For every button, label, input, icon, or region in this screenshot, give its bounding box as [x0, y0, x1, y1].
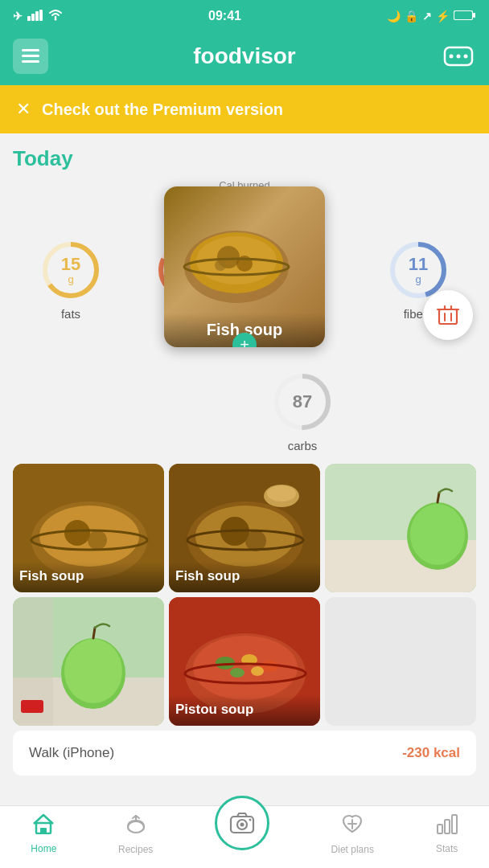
svg-rect-8: [22, 49, 39, 51]
svg-rect-15: [439, 309, 457, 324]
svg-point-71: [251, 666, 264, 676]
diet-plans-nav-label: Diet plans: [331, 844, 374, 855]
logo-light: food: [193, 43, 242, 68]
main-content: Today Cal burned 15 g fats: [0, 133, 489, 776]
premium-banner[interactable]: ✕ Check out the Premium version: [0, 85, 489, 133]
fish-soup-2-label: Fish soup: [169, 562, 320, 592]
food-grid-row-2: Pistou soup: [13, 597, 476, 726]
bottom-navigation: Home Recipes: [0, 805, 489, 868]
apple-2-image: [13, 597, 164, 726]
svg-point-61: [64, 639, 122, 703]
walk-row: Walk (iPhone) -230 kcal: [13, 731, 476, 776]
fibers-unit: g: [409, 273, 428, 285]
status-left: ✈: [13, 10, 63, 23]
status-right: 🌙 🔒 ↗ ⚡: [387, 10, 476, 23]
fish-soup-1-label: Fish soup: [13, 562, 164, 592]
wifi-icon: [48, 10, 63, 23]
nav-home[interactable]: Home: [31, 813, 56, 854]
svg-rect-85: [438, 825, 442, 833]
location-icon: ↗: [422, 10, 432, 23]
carbs-ring-visible: 87: [270, 370, 335, 434]
premium-close-button[interactable]: ✕: [16, 99, 31, 120]
svg-point-66: [193, 636, 298, 700]
apple-1-image: [325, 464, 476, 592]
fats-ring: 15 g: [39, 238, 103, 302]
food-item-apple-2[interactable]: [13, 597, 164, 726]
pistou-soup-label: Pistou soup: [169, 695, 320, 726]
svg-rect-74: [40, 828, 47, 833]
svg-point-12: [449, 55, 453, 59]
stats-nav-label: Stats: [436, 843, 458, 854]
nav-diet-plans[interactable]: Diet plans: [331, 813, 374, 855]
app-logo: foodvisor: [193, 43, 296, 69]
food-item-apple-1[interactable]: [325, 464, 476, 592]
svg-rect-9: [22, 55, 39, 57]
svg-point-55: [410, 504, 465, 565]
nav-stats[interactable]: Stats: [436, 813, 458, 854]
svg-point-51: [267, 485, 296, 502]
carbs-display: 87 carbs: [270, 370, 335, 452]
svg-point-70: [230, 668, 244, 678]
svg-line-62: [93, 628, 95, 638]
svg-point-4: [55, 18, 57, 20]
food-item-empty: [325, 597, 476, 726]
today-title: Today: [13, 146, 476, 171]
svg-point-14: [463, 55, 467, 59]
food-item-fish-soup-2[interactable]: Fish soup: [169, 464, 320, 592]
food-grid-row-1: Fish soup Fish soup: [13, 464, 476, 592]
bluetooth-icon: ⚡: [436, 10, 450, 23]
svg-point-81: [240, 822, 244, 826]
delete-fab-button[interactable]: [423, 290, 473, 340]
diet-plans-icon: [341, 813, 364, 841]
svg-rect-10: [22, 60, 39, 63]
svg-point-41: [64, 520, 90, 546]
nav-recipes[interactable]: Recipes: [118, 813, 153, 855]
svg-rect-0: [27, 16, 31, 21]
fibers-value: 11: [409, 254, 428, 273]
carbs-value-2: 87: [293, 392, 312, 411]
svg-rect-63: [21, 700, 43, 713]
svg-rect-1: [31, 14, 35, 21]
fats-unit: g: [61, 273, 80, 285]
recipes-icon: [125, 813, 147, 841]
svg-rect-7: [454, 11, 472, 19]
lock-icon: 🔒: [405, 10, 418, 23]
svg-point-82: [249, 818, 251, 821]
signal-bars: [27, 10, 43, 23]
logo-bold: visor: [242, 43, 296, 68]
nutrition-row: 15 g fats 27 g proteins: [13, 194, 476, 363]
status-bar: ✈ 09:41 🌙 🔒 ↗ ⚡: [0, 0, 489, 32]
svg-rect-2: [35, 11, 39, 21]
status-time: 09:41: [208, 9, 241, 23]
svg-rect-86: [445, 820, 450, 833]
svg-point-75: [128, 821, 144, 833]
airplane-icon: ✈: [13, 10, 23, 23]
fats-value: 15: [61, 254, 80, 273]
svg-rect-87: [452, 815, 457, 833]
nav-camera[interactable]: [215, 796, 269, 850]
home-nav-label: Home: [31, 843, 56, 854]
svg-point-13: [456, 55, 460, 59]
carbs-label-2: carbs: [288, 439, 318, 452]
battery-icon: [454, 10, 476, 23]
food-card-overlay[interactable]: Fish soup +: [164, 186, 325, 347]
walk-kcal: -230 kcal: [402, 745, 460, 761]
moon-icon: 🌙: [387, 10, 401, 23]
svg-line-56: [438, 493, 439, 502]
header: foodvisor: [0, 32, 489, 85]
stats-icon: [436, 813, 458, 840]
menu-button[interactable]: [13, 39, 48, 74]
home-icon: [32, 813, 55, 840]
fats-label: fats: [61, 307, 80, 321]
premium-text: Check out the Premium version: [42, 100, 283, 119]
svg-point-42: [88, 530, 107, 550]
walk-label: Walk (iPhone): [29, 745, 114, 761]
fats-circle: 15 g fats: [39, 238, 103, 321]
food-item-pistou-soup[interactable]: Pistou soup: [169, 597, 320, 726]
chat-button[interactable]: [441, 39, 476, 74]
food-item-fish-soup-1[interactable]: Fish soup: [13, 464, 164, 592]
svg-rect-3: [39, 10, 43, 21]
recipes-nav-label: Recipes: [118, 844, 153, 855]
svg-rect-6: [473, 13, 475, 18]
svg-point-30: [215, 260, 226, 271]
